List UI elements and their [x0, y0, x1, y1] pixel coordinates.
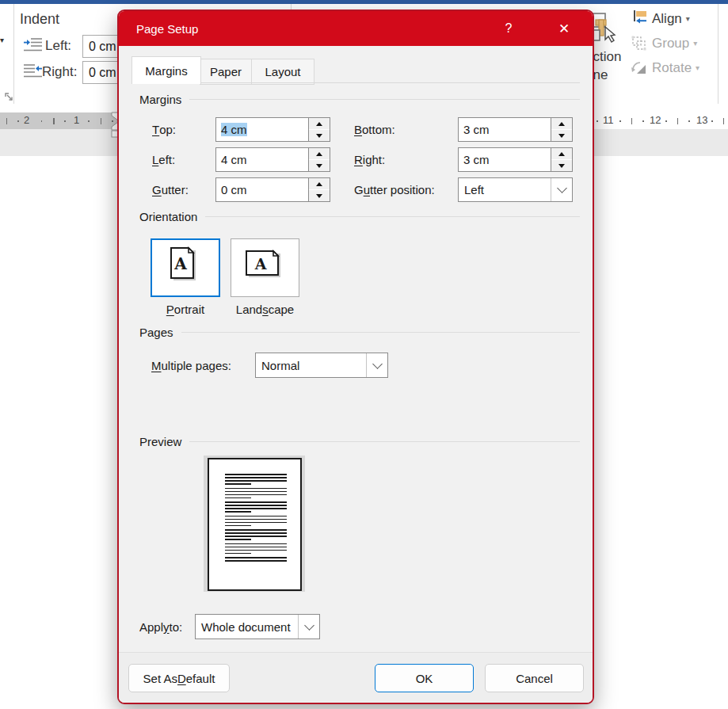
ribbon-group-separator — [718, 4, 718, 104]
apply-to-label: Apply to: — [139, 614, 182, 639]
ruler-number: 13 — [694, 114, 710, 126]
spinner-down-icon[interactable] — [309, 160, 330, 171]
dialog-title: Page Setup — [136, 22, 198, 36]
preview-page-thumbnail — [204, 456, 305, 592]
bottom-margin-label: Bottom: — [354, 117, 395, 142]
preview-section-header: Preview — [139, 435, 580, 448]
left-margin-spinner[interactable] — [308, 147, 330, 172]
page-setup-dialog: Page Setup ? ✕ Margins Paper Layout Marg… — [117, 10, 594, 704]
bottom-margin-input[interactable]: 3 cm — [458, 117, 551, 142]
gutter-position-label: Gutter position: — [354, 177, 435, 202]
indent-left-input[interactable]: 0 cm — [82, 35, 118, 58]
chevron-down-icon — [298, 615, 319, 638]
align-label: Align — [652, 11, 682, 27]
spinner-down-icon[interactable] — [309, 130, 330, 141]
align-button[interactable]: Align ▾ — [652, 11, 690, 27]
right-margin-spinner[interactable] — [551, 147, 573, 172]
group-button[interactable]: Group ▾ — [652, 36, 697, 51]
top-margin-spinner[interactable] — [308, 117, 330, 142]
multiple-pages-value: Normal — [256, 353, 366, 377]
screen: Indent ▾ Left: 0 cm Right: 0 cm — [0, 0, 728, 709]
indent-left-icon — [24, 37, 42, 56]
pages-section-header: Pages — [139, 326, 580, 339]
right-margin-value: 3 cm — [463, 153, 490, 166]
orientation-landscape-tile[interactable]: A — [231, 238, 299, 297]
chevron-down-icon — [366, 353, 387, 377]
preview-page — [208, 458, 302, 591]
indent-right-input[interactable]: 0 cm — [82, 61, 118, 84]
gutter-input[interactable]: 0 cm — [215, 177, 309, 202]
tab-layout[interactable]: Layout — [251, 59, 314, 85]
top-margin-label: Top: — [152, 117, 176, 142]
cancel-button[interactable]: Cancel — [485, 664, 584, 692]
tab-label: Layout — [265, 65, 300, 78]
indent-right-value: 0 cm — [89, 66, 116, 80]
chevron-down-icon: ▾ — [686, 15, 690, 23]
ruler-text-segment: 11 12 13 — [584, 112, 728, 129]
ribbon-group-separator — [291, 4, 292, 10]
tab-paper[interactable]: Paper — [200, 59, 252, 85]
spinner-up-icon[interactable] — [309, 118, 330, 129]
apply-to-dropdown[interactable]: Whole document — [195, 614, 320, 639]
portrait-page-icon: A — [170, 246, 201, 289]
top-margin-input[interactable]: 4 cm — [215, 117, 309, 142]
ruler-number: 1 — [71, 114, 82, 126]
ruler-number: 12 — [647, 114, 663, 126]
word-titlebar-strip — [0, 0, 728, 4]
spinner-up-icon[interactable] — [309, 178, 330, 189]
margins-section-header: Margins — [139, 93, 580, 106]
chevron-down-icon: ▾ — [696, 64, 699, 72]
spinner-up-icon[interactable] — [551, 148, 572, 159]
gutter-label: Gutter: — [152, 177, 189, 202]
right-margin-label: Right: — [354, 147, 385, 172]
svg-text:A: A — [173, 254, 187, 273]
spinner-up-icon[interactable] — [309, 148, 330, 159]
align-icon — [633, 10, 649, 30]
chevron-down-icon[interactable]: ▾ — [0, 36, 4, 44]
gutter-spinner[interactable] — [308, 177, 330, 202]
group-label: Group — [652, 36, 689, 51]
multiple-pages-label: Multiple pages: — [151, 353, 231, 378]
chevron-down-icon — [551, 178, 572, 201]
spinner-down-icon[interactable] — [309, 190, 330, 201]
chevron-down-icon: ▾ — [693, 40, 697, 48]
right-margin-input[interactable]: 3 cm — [458, 147, 551, 172]
preview-page-lines — [225, 474, 287, 563]
ruler-number: 2 — [21, 114, 32, 126]
indent-left-value: 0 cm — [89, 40, 116, 54]
portrait-label: Portrait — [151, 303, 220, 316]
rotate-button[interactable]: Rotate ▾ — [652, 60, 699, 76]
left-margin-input[interactable]: 4 cm — [215, 147, 309, 172]
set-as-default-button[interactable]: Set As Default — [128, 664, 230, 692]
multiple-pages-dropdown[interactable]: Normal — [255, 353, 388, 378]
dialog-launcher-icon[interactable] — [5, 91, 14, 105]
spinner-down-icon[interactable] — [551, 130, 572, 141]
indent-right-label: Right: — [42, 64, 77, 80]
indent-right-icon — [24, 63, 42, 82]
gutter-value: 0 cm — [221, 183, 247, 196]
help-icon[interactable]: ? — [494, 11, 523, 46]
rotate-label: Rotate — [652, 60, 692, 76]
gutter-position-value: Left — [459, 178, 551, 201]
bottom-margin-spinner[interactable] — [551, 117, 573, 142]
orientation-section-header: Orientation — [139, 210, 580, 223]
close-icon[interactable]: ✕ — [547, 11, 581, 46]
ok-button[interactable]: OK — [375, 664, 474, 692]
tab-margins[interactable]: Margins — [131, 56, 201, 84]
ruler-number: 11 — [600, 114, 616, 126]
top-margin-value: 4 cm — [221, 123, 247, 136]
orientation-portrait-tile[interactable]: A — [151, 238, 220, 297]
spinner-down-icon[interactable] — [551, 160, 572, 171]
landscape-label: Landscape — [231, 303, 299, 316]
section-title: Preview — [139, 435, 181, 448]
spinner-up-icon[interactable] — [551, 118, 572, 129]
group-icon — [631, 35, 647, 55]
ribbon-group-separator — [13, 4, 14, 104]
indent-left-label: Left: — [45, 38, 71, 54]
tab-label: Paper — [210, 65, 242, 78]
bottom-margin-value: 3 cm — [463, 123, 490, 136]
left-margin-label: Left: — [152, 147, 175, 172]
gutter-position-dropdown[interactable]: Left — [458, 177, 573, 202]
indent-group-title: Indent — [20, 11, 59, 28]
section-title: Orientation — [139, 210, 197, 223]
